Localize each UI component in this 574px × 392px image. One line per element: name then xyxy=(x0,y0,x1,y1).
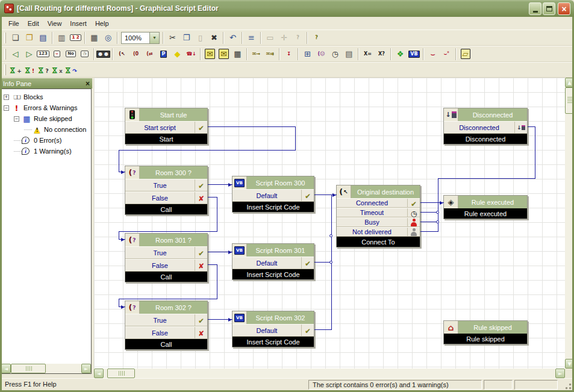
hangup-call-button[interactable]: ☎↓ xyxy=(184,48,198,61)
org-tree-button[interactable]: ⊞ xyxy=(301,48,314,61)
forward-mail-list-button[interactable]: ✉⇉ xyxy=(263,48,277,61)
scroll-right-icon[interactable]: ► xyxy=(81,364,91,373)
dial-agent-button[interactable]: (☺ xyxy=(314,48,328,61)
answer-call-button[interactable]: (↖ xyxy=(115,48,129,61)
prompt-time-button[interactable]: ◷ xyxy=(78,48,92,61)
block-original-destination[interactable]: Original destinationConnectedTimeoutBusy… xyxy=(336,185,420,247)
calendar-button[interactable]: ▤ xyxy=(342,48,356,61)
decision-button[interactable]: ❖ xyxy=(393,48,407,61)
hold-call-button[interactable]: (0 xyxy=(129,48,143,61)
block-footer[interactable]: Connect To xyxy=(337,237,420,247)
scroll-right-icon[interactable]: ► xyxy=(555,369,565,378)
block-start-rule[interactable]: Start ruleStart scriptStart xyxy=(125,108,208,145)
block-row-timeout[interactable]: Timeout xyxy=(337,208,420,217)
block-row-false[interactable]: False xyxy=(125,191,207,204)
menu-help[interactable]: Help xyxy=(91,18,113,29)
block-header[interactable]: Disconnected xyxy=(444,108,527,121)
note-button[interactable]: ▱ xyxy=(458,48,472,61)
tree-item-errors-warnings[interactable]: Errors & Warnings xyxy=(22,104,77,111)
block-footer[interactable]: Start xyxy=(125,134,207,144)
block-row-connected[interactable]: Connected xyxy=(337,198,420,208)
block-header[interactable]: Original destination xyxy=(337,185,420,198)
keypad-button[interactable]: ▦ xyxy=(231,48,245,61)
chevron-down-icon[interactable]: ▼ xyxy=(149,33,159,43)
toolbar-gripper[interactable] xyxy=(4,33,6,43)
block-row-true[interactable]: True xyxy=(125,179,207,191)
vbscript-button[interactable]: VB xyxy=(407,48,421,61)
block-list-button[interactable]: ≡ xyxy=(245,31,258,45)
print-button[interactable]: ▦ xyxy=(87,31,101,45)
send-mail-button[interactable]: ✉ xyxy=(203,48,217,61)
block-header[interactable]: Script Room 300 xyxy=(232,176,314,189)
info-pane-close-button[interactable]: × xyxy=(86,81,90,87)
scroll-thumb[interactable] xyxy=(107,369,135,378)
block-footer[interactable]: Insert Script Code xyxy=(232,337,314,347)
properties-button[interactable]: ▥ xyxy=(55,31,69,45)
block-disconnected[interactable]: DisconnectedDisconnectedDisconnected xyxy=(443,108,528,145)
scroll-thumb[interactable] xyxy=(11,364,46,373)
canvas-hscrollbar[interactable]: ◄ ► xyxy=(94,369,565,378)
renumber-blocks-button[interactable]: 1 2 xyxy=(69,31,83,45)
script-canvas[interactable]: Start ruleStart scriptStartDisconnectedD… xyxy=(94,78,565,369)
transfer-call-button[interactable]: (⇄ xyxy=(143,48,157,61)
toolbar-gripper[interactable] xyxy=(4,64,6,75)
block-header[interactable]: Rule skipped xyxy=(444,321,527,334)
block-header[interactable]: Rule executed xyxy=(444,196,527,208)
prompt-number-button[interactable]: No xyxy=(64,48,78,61)
toolbar-gripper[interactable] xyxy=(4,49,6,60)
delete-button[interactable]: ✖ xyxy=(207,31,221,45)
block-footer[interactable]: Call xyxy=(125,272,207,282)
forward-mail-button[interactable]: ✉→ xyxy=(249,48,263,61)
block-header[interactable]: Script Room 302 xyxy=(232,311,314,324)
block-footer[interactable]: Rule executed xyxy=(444,208,527,219)
park-call-button[interactable]: P xyxy=(157,48,170,61)
pull-call-button[interactable]: ↧ xyxy=(282,48,296,61)
block-header[interactable]: Script Room 301 xyxy=(232,244,314,257)
zoom-combobox[interactable]: 100%▼ xyxy=(121,32,160,44)
copy-button[interactable]: ❐ xyxy=(179,31,193,45)
set-variable-button[interactable]: X= xyxy=(361,48,375,61)
block-room-301[interactable]: Room 301 ?TrueFalseCall xyxy=(125,233,208,282)
tree-expander-icon[interactable]: + xyxy=(4,95,9,100)
block-footer[interactable]: Rule skipped xyxy=(444,334,527,344)
tree-expander-icon[interactable]: − xyxy=(14,116,19,122)
menu-view[interactable]: View xyxy=(43,18,66,29)
tree-item-blocks[interactable]: Blocks xyxy=(22,93,43,101)
block-row-false[interactable]: False xyxy=(125,326,207,339)
cut-button[interactable]: ✂ xyxy=(166,31,179,45)
rule-goto-button[interactable]: ⋈↷ xyxy=(64,63,78,76)
info-pane-hscrollbar[interactable]: ◄ ► xyxy=(1,364,91,373)
rule-delete-button[interactable]: ⋈x xyxy=(50,63,64,76)
save-button[interactable]: ▤ xyxy=(36,31,50,45)
minimize-button[interactable] xyxy=(529,2,541,15)
clock-button[interactable]: ◷ xyxy=(328,48,342,61)
menu-edit[interactable]: Edit xyxy=(23,18,43,29)
title-bar[interactable]: [Call Routing for different Rooms] - Gra… xyxy=(0,0,574,17)
block-row-false[interactable]: False xyxy=(125,259,207,272)
block-script-room-300[interactable]: Script Room 300DefaultInsert Script Code xyxy=(232,176,314,213)
menu-file[interactable]: File xyxy=(4,18,23,29)
block-footer[interactable]: Call xyxy=(125,339,207,349)
prompt-voice-button[interactable]: ⌣ xyxy=(50,48,64,61)
tree-item-rule-skipped[interactable]: Rule skipped xyxy=(32,115,72,122)
block-row-default[interactable]: Default xyxy=(232,257,314,269)
tree-expander-icon[interactable]: − xyxy=(4,105,9,111)
block-row-start-script[interactable]: Start script xyxy=(125,121,207,134)
prompt-record-button[interactable]: ▷ xyxy=(22,48,36,61)
close-button[interactable]: × xyxy=(558,2,570,15)
block-row-disconnected[interactable]: Disconnected xyxy=(444,121,527,134)
voice-action-timer-button[interactable]: ⌣° xyxy=(440,48,454,61)
scroll-track[interactable] xyxy=(135,369,555,378)
menu-insert[interactable]: Insert xyxy=(66,18,91,29)
prompt-play-button[interactable]: ◁ xyxy=(8,48,22,61)
recorder-button[interactable]: ● ● xyxy=(96,48,110,61)
block-rule-skipped[interactable]: Rule skippedRule skipped xyxy=(443,320,528,344)
info-pane-titlebar[interactable]: Info Pane × xyxy=(1,78,92,89)
print-preview-button[interactable]: ◎ xyxy=(101,31,115,45)
block-row-true[interactable]: True xyxy=(125,246,207,259)
rule-priority-button[interactable]: ⋈! xyxy=(22,63,36,76)
resize-grip-icon[interactable] xyxy=(564,382,572,390)
tree-item-0-error-s[interactable]: 0 Error(s) xyxy=(32,137,61,144)
block-room-300[interactable]: Room 300 ?TrueFalseCall xyxy=(125,166,208,215)
block-row-default[interactable]: Default xyxy=(232,324,314,337)
